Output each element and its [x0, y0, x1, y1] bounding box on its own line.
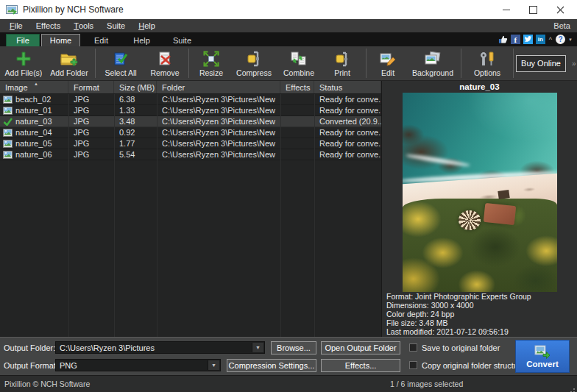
- like-icon[interactable]: [498, 35, 508, 44]
- image-file-icon: [3, 151, 13, 159]
- column-divider: [314, 94, 315, 337]
- add-files-icon: [15, 49, 32, 68]
- close-button[interactable]: [547, 0, 574, 19]
- table-row-nature_06[interactable]: nature_06JPG5.54C:\Users\Ryzen 3\Picture…: [0, 149, 381, 160]
- edit-icon: [378, 49, 397, 68]
- table-row-nature_05[interactable]: nature_05JPG1.77C:\Users\Ryzen 3\Picture…: [0, 138, 381, 149]
- print-button[interactable]: Print: [321, 47, 364, 79]
- output-format-value: PNG: [60, 361, 77, 370]
- save-to-original-checkbox[interactable]: [409, 343, 417, 352]
- menu-bar: FileEffectsToolsSuiteHelp Beta: [0, 19, 577, 32]
- tab-file[interactable]: File: [6, 34, 40, 46]
- column-divider: [280, 94, 281, 337]
- compress-icon: [245, 49, 263, 68]
- output-format-combobox[interactable]: PNG ▼: [55, 359, 221, 371]
- combine-label: Combine: [283, 68, 314, 77]
- folder-cell: C:\Users\Ryzen 3\Pictures\New: [157, 105, 280, 115]
- preview-foliage: [403, 199, 557, 292]
- effects-button[interactable]: Effects...: [321, 359, 400, 372]
- menu-suite[interactable]: Suite: [100, 19, 132, 32]
- copy-folder-structure-checkbox[interactable]: [409, 361, 417, 369]
- column-header-format[interactable]: Format: [68, 81, 114, 93]
- image-name: nature_04: [15, 128, 52, 137]
- image-file-icon: [3, 129, 13, 137]
- status-cell: Converted (20.9...: [314, 116, 381, 126]
- tab-suite[interactable]: Suite: [163, 34, 202, 46]
- status-selection-count: 1 / 6 images selected: [390, 379, 463, 388]
- menu-tools[interactable]: Tools: [67, 19, 100, 32]
- output-folder-dropdown-icon[interactable]: ▼: [252, 343, 263, 352]
- title-bar: Pixillion by NCH Software: [0, 0, 577, 19]
- remove-button[interactable]: Remove: [144, 47, 186, 79]
- help-dropdown-icon[interactable]: ▼: [568, 38, 573, 42]
- tab-help[interactable]: Help: [122, 34, 161, 46]
- menu-effects[interactable]: Effects: [29, 19, 67, 32]
- column-header-image[interactable]: Image▲: [0, 81, 68, 93]
- combine-button[interactable]: Combine: [277, 47, 321, 79]
- image-name: beach_02: [15, 95, 51, 104]
- browse-button[interactable]: Browse...: [271, 341, 316, 354]
- image-name-cell: nature_03: [0, 116, 68, 126]
- options-button[interactable]: Options: [464, 47, 511, 79]
- toolbar-separator: [366, 49, 367, 78]
- column-divider: [157, 94, 157, 337]
- add-files-button[interactable]: Add File(s): [1, 47, 46, 79]
- image-file-icon: [3, 96, 13, 104]
- format-cell: JPG: [68, 105, 114, 115]
- tab-edit[interactable]: Edit: [82, 34, 121, 46]
- column-header-status[interactable]: Status: [314, 81, 381, 93]
- minimize-button[interactable]: [492, 0, 520, 19]
- maximize-icon: [529, 6, 537, 14]
- image-name-cell: nature_05: [0, 138, 68, 149]
- image-metadata: Format: Joint Photographic Experts Group…: [386, 293, 531, 337]
- output-folder-combobox[interactable]: C:\Users\Ryzen 3\Pictures ▼: [55, 341, 265, 354]
- metadata-line: File size: 3.48 MB: [386, 319, 531, 328]
- column-header-effects[interactable]: Effects: [280, 81, 314, 93]
- background-button[interactable]: Background: [407, 47, 459, 79]
- app-icon: [6, 4, 18, 15]
- table-row-nature_04[interactable]: nature_04JPG0.92C:\Users\Ryzen 3\Picture…: [0, 127, 381, 138]
- folder-cell: C:\Users\Ryzen 3\Pictures\New: [157, 149, 280, 160]
- save-to-original-label: Save to original folder: [422, 343, 500, 352]
- linkedin-icon[interactable]: in: [536, 35, 545, 44]
- table-row-nature_03[interactable]: nature_03JPG3.48C:\Users\Ryzen 3\Picture…: [0, 116, 381, 127]
- select-all-icon: [112, 49, 130, 68]
- table-row-nature_01[interactable]: nature_01JPG1.33C:\Users\Ryzen 3\Picture…: [0, 105, 381, 116]
- tab-home[interactable]: Home: [41, 34, 80, 46]
- output-format-dropdown-icon[interactable]: ▼: [208, 360, 219, 370]
- add-folder-button[interactable]: Add Folder: [46, 47, 93, 79]
- preview-image: [403, 93, 557, 292]
- compress-button[interactable]: Compress: [231, 47, 277, 79]
- image-name: nature_01: [15, 106, 52, 115]
- resize-button[interactable]: Resize: [191, 47, 231, 79]
- compress-label: Compress: [236, 68, 272, 77]
- twitter-icon[interactable]: [523, 35, 533, 44]
- converted-check-icon: [3, 118, 13, 126]
- resize-grip-icon[interactable]: [573, 388, 575, 390]
- maximize-button[interactable]: [520, 0, 547, 19]
- output-folder-label: Output Folder:: [4, 343, 55, 352]
- convert-button[interactable]: Convert: [515, 340, 570, 373]
- effects-cell: [280, 138, 314, 149]
- help-icon[interactable]: ?: [556, 35, 565, 44]
- status-bar: Pixillion © NCH Software 1 / 6 images se…: [0, 375, 577, 392]
- toolbar-overflow-icon[interactable]: »: [572, 60, 576, 68]
- open-output-folder-button[interactable]: Open Output Folder: [321, 341, 400, 354]
- status-cell: Ready for conve...: [314, 149, 381, 160]
- format-cell: JPG: [68, 138, 114, 149]
- resize-label: Resize: [199, 68, 223, 77]
- buy-online-button[interactable]: Buy Online: [516, 55, 566, 72]
- table-row-beach_02[interactable]: beach_02JPG6.38C:\Users\Ryzen 3\Pictures…: [0, 94, 381, 105]
- select-all-button[interactable]: Select All: [98, 47, 144, 79]
- size-cell: 6.38: [114, 94, 157, 104]
- facebook-icon[interactable]: f: [511, 35, 520, 44]
- column-header-size-mb-[interactable]: Size (MB): [114, 81, 157, 93]
- options-icon: [478, 49, 496, 68]
- menu-file[interactable]: File: [3, 19, 29, 32]
- menu-help[interactable]: Help: [132, 19, 162, 32]
- column-header-folder[interactable]: Folder: [157, 81, 280, 93]
- print-icon: [333, 49, 351, 68]
- edit-button[interactable]: Edit: [369, 47, 407, 79]
- compression-settings-button[interactable]: Compression Settings...: [227, 359, 316, 372]
- collapse-ribbon-icon[interactable]: ^: [549, 36, 552, 43]
